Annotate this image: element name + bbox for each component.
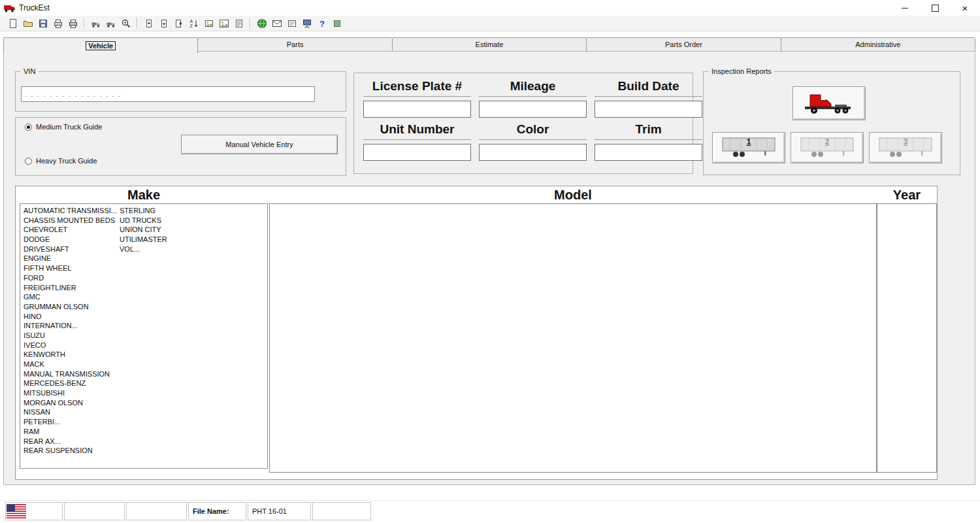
- make-header: Make: [20, 187, 268, 203]
- vehicle-field-input[interactable]: [479, 101, 587, 118]
- open-folder-icon: [23, 18, 33, 29]
- make-item[interactable]: GMC: [22, 292, 118, 302]
- help-button[interactable]: ?: [314, 16, 329, 30]
- doc-down-icon: [159, 18, 169, 29]
- web-button[interactable]: [254, 16, 269, 30]
- tab-vehicle[interactable]: Vehicle: [3, 37, 198, 54]
- toolbar-separator: [250, 18, 251, 29]
- open-button[interactable]: [20, 16, 35, 30]
- tab-estimate[interactable]: Estimate: [392, 37, 587, 52]
- model-listbox[interactable]: [269, 203, 877, 473]
- make-item[interactable]: CHASSIS MOUNTED BEDS: [22, 216, 118, 226]
- year-header: Year: [877, 187, 937, 203]
- make-item[interactable]: DODGE: [22, 235, 118, 245]
- make-item[interactable]: ENGINE: [22, 254, 118, 263]
- make-item[interactable]: INTERNATION...: [22, 321, 118, 331]
- toolbar: AZ ?: [0, 16, 980, 31]
- vehicle-field-input[interactable]: [363, 144, 471, 161]
- next-truck-button[interactable]: [103, 16, 118, 30]
- make-item[interactable]: KENWORTH: [22, 350, 118, 360]
- close-button[interactable]: ×: [950, 0, 980, 16]
- make-item[interactable]: REAR SUSPENSION: [22, 446, 118, 456]
- inspection-reports-group: Inspection Reports: [703, 71, 960, 175]
- vehicle-field-input[interactable]: [479, 144, 587, 161]
- vehicle-field: Trim: [595, 119, 702, 161]
- image-small-icon: [204, 18, 214, 29]
- medium-truck-guide-option[interactable]: Medium Truck Guide: [25, 123, 102, 131]
- make-item[interactable]: AUTOMATIC TRANSMISSI...: [22, 206, 118, 216]
- make-item[interactable]: MERCEDES-BENZ: [22, 379, 118, 388]
- tractor-inspection-button[interactable]: [792, 86, 866, 120]
- report-button[interactable]: [231, 16, 246, 30]
- heavy-truck-guide-label: Heavy Truck Guide: [36, 157, 97, 165]
- doc-down-button[interactable]: [156, 16, 171, 30]
- doc-up-button[interactable]: [141, 16, 156, 30]
- make-item[interactable]: MORGAN OLSON: [22, 398, 118, 408]
- make-item[interactable]: ISUZU: [22, 331, 118, 341]
- trailer-1-inspection-button[interactable]: 1: [712, 132, 785, 163]
- maximize-button[interactable]: [920, 0, 950, 16]
- make-item[interactable]: GRUMMAN OLSON: [22, 302, 118, 312]
- make-item[interactable]: FORD: [22, 273, 118, 283]
- sort-button[interactable]: AZ: [186, 16, 201, 30]
- make-item[interactable]: DRIVESHAFT: [22, 245, 118, 254]
- manual-vehicle-entry-button[interactable]: Manual Vehicle Entry: [181, 135, 338, 154]
- tab-parts[interactable]: Parts: [197, 37, 392, 52]
- make-item[interactable]: IVECO: [22, 341, 118, 350]
- app-truck-icon: [4, 4, 16, 12]
- heavy-truck-radio-icon[interactable]: [25, 158, 32, 165]
- maximize-icon: [932, 5, 939, 12]
- truck-guide-group: Medium Truck Guide Heavy Truck Guide Man…: [15, 117, 346, 176]
- trailer-2-inspection-button[interactable]: 2: [791, 132, 864, 163]
- truck-next-icon: [106, 18, 116, 29]
- make-item[interactable]: FIFTH WHEEL: [22, 263, 118, 273]
- tractor-icon: [800, 89, 858, 116]
- heavy-truck-guide-option[interactable]: Heavy Truck Guide: [25, 157, 97, 165]
- make-item[interactable]: UTILIMASTER: [118, 235, 214, 245]
- large-image-button[interactable]: [216, 16, 231, 30]
- notes-button[interactable]: [284, 16, 299, 30]
- make-item[interactable]: VOL...: [118, 245, 214, 254]
- trailer-3-inspection-button[interactable]: 3: [869, 132, 942, 163]
- vin-input[interactable]: [21, 86, 315, 102]
- computer-button[interactable]: [299, 16, 314, 30]
- save-button[interactable]: [35, 16, 50, 30]
- print-button[interactable]: [65, 16, 80, 30]
- vehicle-field-input[interactable]: [595, 144, 702, 161]
- print-preview-button[interactable]: [50, 16, 65, 30]
- save-icon: [38, 18, 48, 29]
- make-item[interactable]: FREIGHTLINER: [22, 283, 118, 293]
- tab-administrative[interactable]: Administrative: [781, 37, 975, 52]
- make-item[interactable]: REAR AX...: [22, 437, 118, 447]
- new-file-button[interactable]: [5, 16, 20, 30]
- help-icon: ?: [317, 18, 327, 29]
- make-item[interactable]: RAM: [22, 427, 118, 437]
- make-item[interactable]: NISSAN: [22, 407, 118, 417]
- make-item[interactable]: MANUAL TRANSMISSION: [22, 369, 118, 379]
- make-listbox[interactable]: AUTOMATIC TRANSMISSI... CHASSIS MOUNTED …: [20, 203, 268, 469]
- make-item[interactable]: MITSUBISHI: [22, 388, 118, 398]
- make-item[interactable]: STERLING: [118, 206, 214, 216]
- zoom-button[interactable]: [118, 16, 133, 30]
- make-item[interactable]: CHEVROLET: [22, 225, 118, 235]
- medium-truck-radio-icon[interactable]: [25, 124, 32, 131]
- doc-forward-button[interactable]: [171, 16, 186, 30]
- year-listbox[interactable]: [877, 203, 937, 473]
- tabstrip: Vehicle Parts Estimate Parts Order Admin…: [3, 37, 975, 52]
- small-image-button[interactable]: [201, 16, 216, 30]
- trailer-2-number: 2: [791, 137, 863, 146]
- make-item[interactable]: UD TRUCKS: [118, 216, 214, 226]
- vehicle-field-input[interactable]: [363, 101, 471, 118]
- vehicle-field: Color: [479, 119, 587, 161]
- make-item[interactable]: MACK: [22, 360, 118, 369]
- tab-parts-order[interactable]: Parts Order: [586, 37, 781, 52]
- exit-button[interactable]: [329, 16, 344, 30]
- email-button[interactable]: [269, 16, 284, 30]
- vehicle-field-input[interactable]: [595, 101, 702, 118]
- make-item[interactable]: HINO: [22, 312, 118, 322]
- make-item[interactable]: UNION CITY: [118, 225, 214, 235]
- minimize-button[interactable]: [890, 0, 920, 16]
- make-model-year-panel: Make Model Year AUTOMATIC TRANSMISSI... …: [15, 186, 938, 480]
- prev-truck-button[interactable]: [88, 16, 103, 30]
- make-item[interactable]: PETERBI...: [22, 417, 118, 427]
